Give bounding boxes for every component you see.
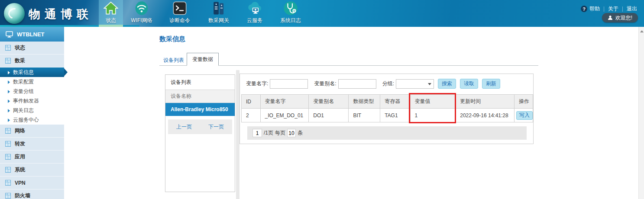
brand-logo-icon xyxy=(4,3,25,24)
sidebar-item-label: 系统 xyxy=(15,166,25,173)
nav-item-diagnostics[interactable]: 诊断命令 xyxy=(160,0,199,27)
panel-splitter[interactable] xyxy=(236,70,239,199)
monitor-icon xyxy=(6,31,13,38)
scroll-up-icon[interactable] xyxy=(639,28,644,34)
group-select[interactable] xyxy=(396,79,434,89)
col-register: 寄存器 xyxy=(380,95,410,109)
table-header-row: ID 变量名字 变量别名 数据类型 寄存器 变量值 更新时间 操作 xyxy=(242,95,533,109)
page-total-label: /1页 xyxy=(264,129,273,137)
sidebar-item-label: 数采 xyxy=(15,57,25,64)
grid-icon xyxy=(5,45,11,51)
sidebar-item-daq[interactable]: 数采 xyxy=(0,55,64,67)
nav-label: 云服务 xyxy=(247,17,262,24)
sidebar-item-label: 变量分组 xyxy=(13,88,34,95)
person-icon xyxy=(608,15,613,20)
wifi-icon xyxy=(135,0,149,16)
grid-icon xyxy=(5,167,11,173)
nav-item-syslog[interactable]: 系统日志 xyxy=(271,0,310,27)
grid-icon xyxy=(5,193,11,199)
about-link[interactable]: 关于 xyxy=(608,5,618,13)
unit-label: 条 xyxy=(298,129,303,137)
terminal-icon xyxy=(173,0,187,16)
nav-label: 诊断命令 xyxy=(169,17,190,24)
sidebar-item-daq-config[interactable]: 数采配置 xyxy=(0,77,64,87)
variable-name-input[interactable] xyxy=(270,79,308,89)
welcome-button[interactable]: 欢迎您! xyxy=(602,13,638,22)
write-button[interactable]: 写入 xyxy=(516,111,533,120)
col-variable-alias: 变量别名 xyxy=(309,95,349,109)
sidebar-item-firewall[interactable]: 防火墙 xyxy=(0,189,64,199)
sidebar-item-label: 应用 xyxy=(15,153,25,160)
sidebar-item-label: 数采配置 xyxy=(13,78,34,86)
page-number-input[interactable] xyxy=(252,129,262,137)
sidebar-item-system[interactable]: 系统 xyxy=(0,164,64,177)
sidebar: WTBLNET 状态 数采 数采信息 数采配置 变量分组 事件触发器 网关日志 … xyxy=(0,27,64,199)
sidebar-item-cloud-center[interactable]: 云服务中心 xyxy=(0,115,64,125)
nav-item-wifi[interactable]: WIFI网络 xyxy=(123,0,160,27)
device-name-column-header: 设备名称 xyxy=(165,90,235,103)
tab-variable-data[interactable]: 变量数据 xyxy=(187,53,219,66)
sidebar-item-status[interactable]: 状态 xyxy=(0,42,64,55)
col-variable-value: 变量值 xyxy=(410,95,456,109)
home-icon xyxy=(104,0,118,16)
sidebar-item-event-trigger[interactable]: 事件触发器 xyxy=(0,96,64,106)
nav-item-cloud[interactable]: 云服务 xyxy=(238,0,271,27)
sidebar-item-label: 防火墙 xyxy=(15,192,30,199)
help-link[interactable]: 帮助 xyxy=(589,5,600,13)
sidebar-item-label: 网关日志 xyxy=(13,107,34,114)
cell-id: 2 xyxy=(242,109,261,122)
brand-name: 物通博联 xyxy=(29,6,93,22)
device-panel-header: 设备列表 xyxy=(165,75,235,90)
variable-alias-label: 变量别名: xyxy=(314,80,336,87)
nav-item-status[interactable]: 状态 xyxy=(99,0,123,27)
filter-row: 变量名字: 变量别名: 分组: 搜索 读取 刷新 xyxy=(246,79,500,89)
col-data-type: 数据类型 xyxy=(349,95,380,109)
sidebar-item-label: 网络 xyxy=(15,127,25,135)
group-label: 分组: xyxy=(382,80,394,87)
link-divider xyxy=(604,6,604,12)
prev-page-button[interactable]: 上一页 xyxy=(176,123,192,131)
sidebar-item-label: VPN xyxy=(15,180,26,186)
nav-label: WIFI网络 xyxy=(131,17,152,24)
sidebar-item-vpn[interactable]: VPN xyxy=(0,177,64,189)
device-pager: 上一页 下一页 xyxy=(168,119,232,134)
link-divider xyxy=(622,6,623,12)
search-button[interactable]: 搜索 xyxy=(438,79,456,89)
per-page-input[interactable] xyxy=(287,129,296,137)
device-list-panel: 设备列表 设备名称 Allen-Bradley Micro850 上一页 下一页 xyxy=(165,74,235,192)
grid-icon xyxy=(5,154,11,160)
grid-icon xyxy=(5,58,11,64)
refresh-button[interactable]: 刷新 xyxy=(482,79,500,89)
sidebar-item-label: 状态 xyxy=(15,44,25,51)
next-page-button[interactable]: 下一页 xyxy=(208,123,224,131)
sidebar-item-label: 云服务中心 xyxy=(13,116,39,124)
variable-alias-input[interactable] xyxy=(338,79,376,89)
sidebar-item-application[interactable]: 应用 xyxy=(0,151,64,164)
help-icon: ? xyxy=(581,6,587,12)
table-row: 2 _IO_EM_DO_01 DO1 BIT TAG1 1 2022-09-16… xyxy=(242,109,533,122)
sidebar-item-network[interactable]: 网络 xyxy=(0,125,64,138)
col-variable-name: 变量名字 xyxy=(260,95,309,109)
sidebar-item-label: 数采信息 xyxy=(13,69,34,76)
vertical-scrollbar[interactable] xyxy=(638,27,644,199)
sidebar-item-label: 转发 xyxy=(15,140,25,148)
sidebar-item-daq-info[interactable]: 数采信息 xyxy=(0,67,64,77)
cell-variable-alias: DO1 xyxy=(309,109,349,122)
cell-update-time: 2022-09-16 14:41:28 xyxy=(456,109,515,122)
sidebar-item-forwarding[interactable]: 转发 xyxy=(0,138,64,151)
nav-label: 系统日志 xyxy=(280,17,301,24)
device-row-selected[interactable]: Allen-Bradley Micro850 xyxy=(165,103,235,116)
nav-item-gateway[interactable]: 数采网关 xyxy=(199,0,238,27)
sidebar-item-var-group[interactable]: 变量分组 xyxy=(0,87,64,96)
nav-label: 状态 xyxy=(106,17,116,24)
tab-device-list[interactable]: 设备列表 xyxy=(163,57,184,64)
read-button[interactable]: 读取 xyxy=(460,79,478,89)
page-title: 数采信息 xyxy=(159,35,185,43)
logout-link[interactable]: 退出 xyxy=(627,5,637,13)
sidebar-item-gateway-log[interactable]: 网关日志 xyxy=(0,106,64,115)
variable-name-label: 变量名字: xyxy=(246,80,268,87)
sidebar-title-label: WTBLNET xyxy=(17,31,45,38)
chevron-down-icon xyxy=(428,83,431,85)
cell-variable-value: 1 xyxy=(410,109,456,122)
variable-table: ID 变量名字 变量别名 数据类型 寄存器 变量值 更新时间 操作 2 _IO_… xyxy=(241,94,533,122)
